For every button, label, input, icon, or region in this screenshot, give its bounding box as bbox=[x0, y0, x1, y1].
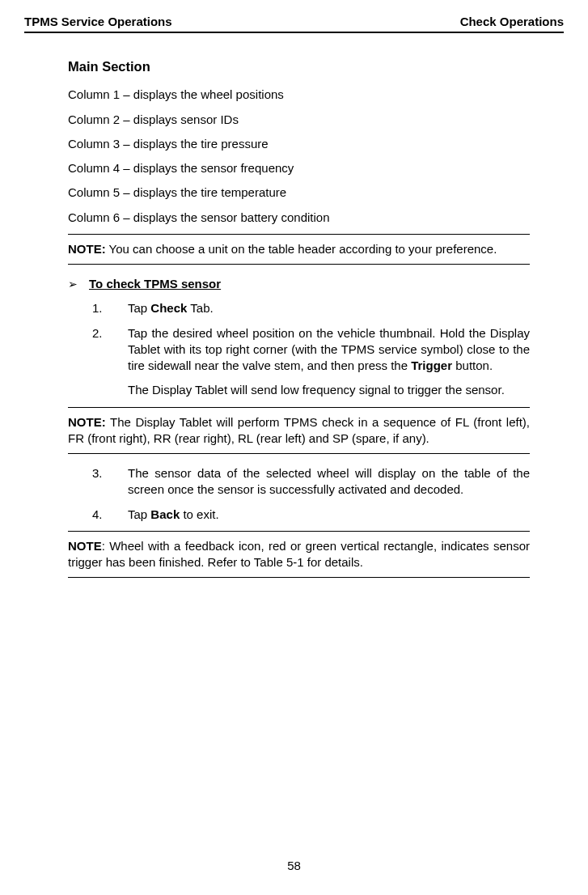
note-label: NOTE bbox=[68, 539, 102, 553]
column-desc-2: Column 2 – displays sensor IDs bbox=[68, 112, 530, 128]
step-2: 2. Tap the desired wheel position on the… bbox=[92, 325, 530, 399]
step-pre: The sensor data of the selected wheel wi… bbox=[128, 466, 530, 496]
step-body: Tap Back to exit. bbox=[128, 507, 530, 523]
note-check-sequence: NOTE: The Display Tablet will perform TP… bbox=[68, 407, 530, 455]
procedure-title: To check TPMS sensor bbox=[89, 276, 221, 292]
step-pre: Tap bbox=[128, 507, 150, 521]
steps-block-2: 3. The sensor data of the selected wheel… bbox=[92, 465, 530, 523]
step-body: Tap the desired wheel position on the ve… bbox=[128, 325, 530, 399]
step-post: Tab. bbox=[187, 301, 213, 315]
step-number: 1. bbox=[92, 300, 128, 316]
procedure-marker-icon: ➢ bbox=[68, 276, 89, 292]
step-1: 1. Tap Check Tab. bbox=[92, 300, 530, 316]
step-number: 3. bbox=[92, 465, 128, 498]
note-unit-preference: NOTE: You can choose a unit on the table… bbox=[68, 234, 530, 265]
note-feedback-icon: NOTE: Wheel with a feedback icon, red or… bbox=[68, 531, 530, 579]
steps-block-1: 1. Tap Check Tab. 2. Tap the desired whe… bbox=[92, 300, 530, 398]
header-right: Check Operations bbox=[460, 15, 564, 28]
step-post: to exit. bbox=[180, 507, 218, 521]
step-bold: Check bbox=[150, 301, 187, 315]
note-label: NOTE: bbox=[68, 415, 106, 429]
procedure-heading: ➢ To check TPMS sensor bbox=[68, 276, 530, 292]
step-bold: Back bbox=[150, 507, 180, 521]
step-body: Tap Check Tab. bbox=[128, 300, 530, 316]
column-desc-1: Column 1 – displays the wheel positions bbox=[68, 87, 530, 103]
step-bold: Trigger bbox=[411, 358, 452, 372]
note-text: You can choose a unit on the table heade… bbox=[106, 242, 497, 256]
page-content: Main Section Column 1 – displays the whe… bbox=[24, 57, 564, 578]
column-desc-6: Column 6 – displays the sensor battery c… bbox=[68, 210, 530, 226]
column-desc-3: Column 3 – displays the tire pressure bbox=[68, 136, 530, 152]
step-body: The sensor data of the selected wheel wi… bbox=[128, 465, 530, 498]
header-left: TPMS Service Operations bbox=[24, 15, 172, 28]
step-sub: The Display Tablet will send low frequen… bbox=[128, 382, 530, 398]
note-text: The Display Tablet will perform TPMS che… bbox=[68, 415, 530, 445]
step-pre: Tap bbox=[128, 301, 150, 315]
main-section-title: Main Section bbox=[68, 57, 530, 75]
column-desc-5: Column 5 – displays the tire temperature bbox=[68, 185, 530, 201]
step-number: 2. bbox=[92, 325, 128, 399]
step-post: button. bbox=[452, 358, 493, 372]
note-label: NOTE: bbox=[68, 242, 106, 256]
column-desc-4: Column 4 – displays the sensor frequency bbox=[68, 160, 530, 176]
page-header: TPMS Service Operations Check Operations bbox=[24, 15, 564, 33]
step-4: 4. Tap Back to exit. bbox=[92, 507, 530, 523]
step-3: 3. The sensor data of the selected wheel… bbox=[92, 465, 530, 498]
note-text: : Wheel with a feedback icon, red or gre… bbox=[68, 539, 530, 569]
page-number: 58 bbox=[0, 859, 588, 872]
step-number: 4. bbox=[92, 507, 128, 523]
